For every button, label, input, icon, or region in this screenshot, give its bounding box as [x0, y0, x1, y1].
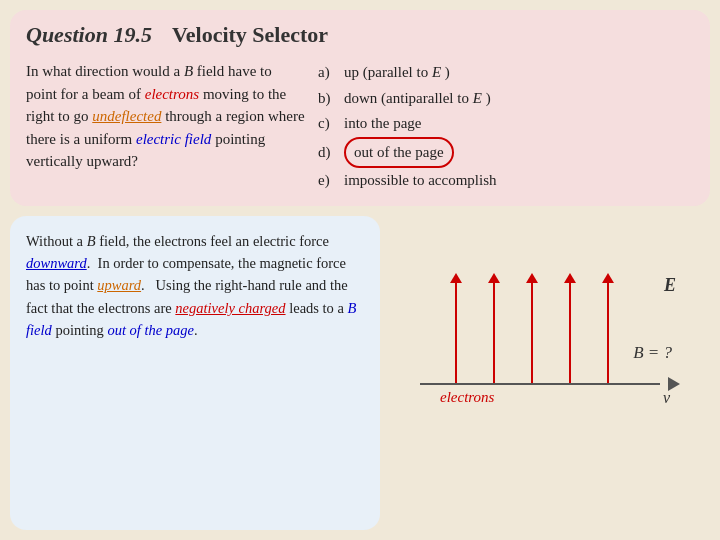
bottom-section: Without a B field, the electrons feel an… — [10, 216, 710, 531]
electrons-word: electrons — [145, 86, 199, 102]
undeflected-word: undeflected — [92, 108, 161, 124]
question-title: Question 19.5 — [26, 22, 152, 48]
e-arrow-4 — [564, 273, 576, 383]
question-text: In what direction would a B field have t… — [26, 60, 306, 173]
content-row: In what direction would a B field have t… — [26, 60, 694, 194]
e-field-label: E — [664, 275, 676, 296]
velocity-title: Velocity Selector — [172, 22, 328, 48]
arrow-head-1 — [450, 273, 462, 283]
downward-word: downward — [26, 255, 87, 271]
field-word: field — [185, 131, 212, 147]
diagram-area: E electrons v B = ? — [390, 216, 710, 531]
arrow-line-2 — [493, 283, 495, 383]
e-arrow-5 — [602, 273, 614, 383]
beam-line — [420, 383, 660, 385]
arrow-line-5 — [607, 283, 609, 383]
arrow-head-5 — [602, 273, 614, 283]
arrow-head-3 — [526, 273, 538, 283]
top-section: Question 19.5 Velocity Selector In what … — [10, 10, 710, 206]
title-row: Question 19.5 Velocity Selector — [26, 22, 694, 48]
page: Question 19.5 Velocity Selector In what … — [0, 0, 720, 540]
e-arrow-3 — [526, 273, 538, 383]
answer-b: b) down (antiparallel to E ) — [318, 86, 694, 112]
out-of-page-word: out of the page — [107, 322, 194, 338]
explanation-box: Without a B field, the electrons feel an… — [10, 216, 380, 531]
arrow-head-4 — [564, 273, 576, 283]
answers-list: a) up (parallel to E ) b) down (antipara… — [318, 60, 694, 194]
e-field-arrows — [450, 273, 614, 383]
e-arrow-1 — [450, 273, 462, 383]
answer-d-highlighted: out of the page — [344, 137, 454, 169]
answer-c: c) into the page — [318, 111, 694, 137]
b-label: B = ? — [633, 343, 672, 363]
answer-d: d) out of the page — [318, 137, 694, 169]
e-arrow-2 — [488, 273, 500, 383]
answer-e: e) impossible to accomplish — [318, 168, 694, 194]
neg-charged-word: negatively charged — [175, 300, 285, 316]
electrons-diagram-label: electrons — [440, 389, 494, 406]
diagram: E electrons v B = ? — [420, 273, 680, 473]
v-label: v — [663, 389, 670, 407]
arrow-line-4 — [569, 283, 571, 383]
electric-word: electric — [136, 131, 181, 147]
b-italic-2: B — [87, 233, 96, 249]
arrow-line-1 — [455, 283, 457, 383]
answer-a: a) up (parallel to E ) — [318, 60, 694, 86]
arrow-head-2 — [488, 273, 500, 283]
b-italic: B — [184, 63, 193, 79]
upward-word: upward — [97, 277, 141, 293]
arrow-line-3 — [531, 283, 533, 383]
